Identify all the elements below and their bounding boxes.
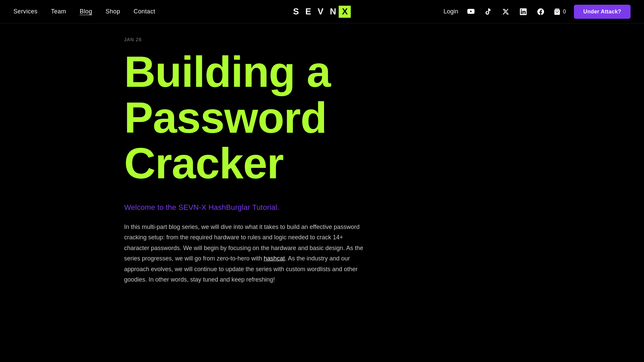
post-title: Building a Password Cracker [124, 49, 520, 186]
youtube-icon[interactable] [466, 7, 476, 16]
cart-count: 0 [563, 9, 566, 15]
nav-contact[interactable]: Contact [133, 8, 155, 15]
under-attack-button[interactable]: Under Attack? [574, 5, 631, 19]
post-title-line3: Cracker [124, 139, 283, 188]
linkedin-icon[interactable] [519, 7, 528, 16]
post-title-line2: Password [124, 93, 327, 142]
tiktok-icon[interactable] [484, 7, 493, 16]
cart-icon [553, 8, 561, 15]
site-logo[interactable]: S E V N X [293, 6, 351, 18]
navbar: Services Team Blog Shop Contact S E V N … [0, 0, 644, 23]
twitter-icon[interactable] [501, 7, 511, 16]
logo-text: S E V N [293, 6, 338, 17]
post-date: JAN 26 [124, 37, 520, 42]
post-body: In this multi-part blog series, we will … [124, 222, 369, 285]
nav-team[interactable]: Team [51, 8, 66, 15]
nav-shop[interactable]: Shop [106, 8, 120, 15]
nav-services[interactable]: Services [13, 8, 38, 15]
hashcat-link[interactable]: hashcat [264, 255, 285, 262]
logo-x: X [339, 6, 351, 18]
facebook-icon[interactable] [536, 7, 545, 16]
nav-right: Login [443, 5, 631, 19]
login-link[interactable]: Login [443, 8, 458, 15]
post-subtitle: Welcome to the SEVN-X HashBurglar Tutori… [124, 203, 520, 212]
nav-blog[interactable]: Blog [79, 8, 92, 15]
cart-button[interactable]: 0 [553, 8, 566, 15]
post-title-line1: Building a [124, 47, 330, 96]
nav-left: Services Team Blog Shop Contact [13, 8, 155, 15]
main-content: JAN 26 Building a Password Cracker Welco… [0, 23, 644, 305]
